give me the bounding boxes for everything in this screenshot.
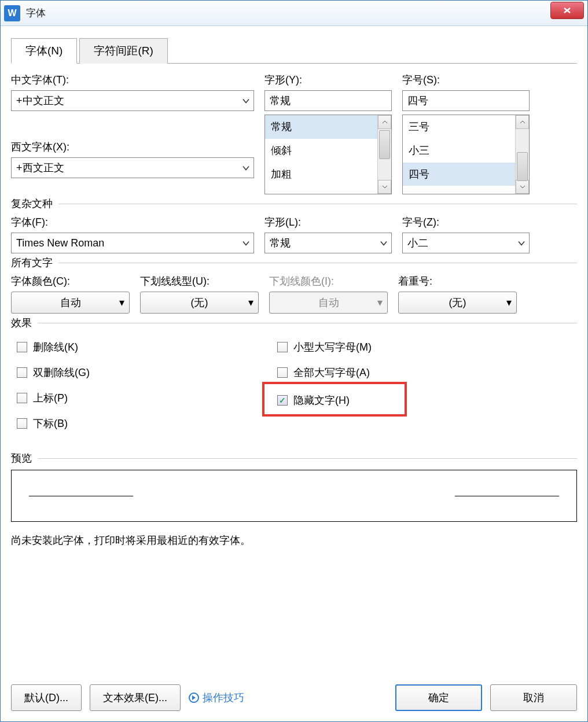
list-item[interactable]: 小三 (403, 139, 529, 163)
size-label: 字号(S): (402, 73, 530, 87)
chevron-down-icon (380, 237, 388, 249)
app-icon: W (4, 5, 20, 21)
scroll-thumb[interactable] (379, 130, 390, 159)
complex-font-combo[interactable]: Times New Roman (11, 233, 254, 253)
checkbox-double-strikethrough[interactable]: 双删除线(G) (17, 366, 254, 380)
text-effects-button[interactable]: 文本效果(E)... (90, 684, 181, 711)
preview-line-left (29, 496, 133, 496)
list-item[interactable]: 倾斜 (265, 139, 391, 163)
emphasis-dropdown[interactable]: (无) ▾ (398, 292, 517, 314)
complex-style-combo[interactable]: 常规 (264, 233, 392, 253)
scroll-down-button[interactable] (516, 180, 529, 194)
tab-spacing[interactable]: 字符间距(R) (79, 38, 167, 64)
chevron-down-icon: ▾ (377, 296, 383, 309)
tab-bar: 字体(N) 字符间距(R) (11, 38, 577, 64)
checkbox-subscript[interactable]: 下标(B) (17, 417, 254, 430)
scrollbar[interactable] (515, 115, 529, 194)
complex-size-label: 字号(Z): (402, 215, 530, 229)
ok-button[interactable]: 确定 (395, 684, 482, 711)
checkbox-strikethrough[interactable]: 删除线(K) (17, 340, 254, 354)
complex-style-label: 字形(L): (264, 215, 392, 229)
size-input[interactable]: 四号 (402, 90, 530, 111)
close-button[interactable] (550, 2, 584, 19)
scroll-up-button[interactable] (516, 115, 529, 129)
checkbox-smallcaps[interactable]: 小型大写字母(M) (277, 340, 497, 354)
info-text: 尚未安装此字体，打印时将采用最相近的有效字体。 (11, 533, 577, 547)
close-icon (563, 7, 572, 14)
cancel-button[interactable]: 取消 (490, 684, 577, 711)
default-button[interactable]: 默认(D)... (11, 684, 82, 711)
underline-style-label: 下划线线型(U): (140, 274, 259, 288)
style-label: 字形(Y): (264, 73, 392, 87)
en-font-label: 西文字体(X): (11, 140, 254, 154)
chevron-down-icon (517, 237, 525, 249)
tips-link[interactable]: 操作技巧 (189, 684, 244, 711)
cn-font-label: 中文字体(T): (11, 73, 254, 87)
checkbox-superscript[interactable]: 上标(P) (17, 391, 254, 405)
all-text-group: 所有文字 (11, 256, 577, 270)
chevron-down-icon: ▾ (248, 296, 253, 309)
window-title: 字体 (26, 6, 46, 20)
dialog-content: 字体(N) 字符间距(R) 中文字体(T): +中文正文 西文字体(X): +西… (1, 26, 587, 555)
complex-group: 复杂文种 (11, 197, 577, 211)
underline-style-dropdown[interactable]: (无) ▾ (140, 292, 259, 314)
style-listbox[interactable]: 常规 倾斜 加粗 (264, 115, 392, 194)
effects-group: 效果 (11, 316, 577, 330)
style-input[interactable]: 常规 (264, 90, 392, 111)
titlebar: W 字体 (1, 1, 587, 26)
font-dialog-window: W 字体 字体(N) 字符间距(R) 中文字体(T): +中文正文 西文字体(X… (0, 0, 588, 722)
preview-line-right (455, 496, 559, 496)
button-bar: 默认(D)... 文本效果(E)... 操作技巧 确定 取消 (11, 684, 577, 711)
scroll-down-button[interactable] (378, 180, 391, 194)
chevron-down-icon: ▾ (506, 296, 512, 309)
chevron-down-icon (242, 237, 250, 249)
list-item[interactable]: 四号 (403, 163, 529, 186)
underline-color-label: 下划线颜色(I): (269, 274, 388, 288)
list-item[interactable]: 常规 (265, 115, 391, 139)
checkbox-allcaps[interactable]: 全部大写字母(A) (277, 366, 497, 380)
font-color-label: 字体颜色(C): (11, 274, 130, 288)
complex-font-label: 字体(F): (11, 215, 254, 229)
chevron-down-icon (242, 95, 250, 107)
tab-font[interactable]: 字体(N) (11, 38, 77, 64)
play-icon (189, 692, 199, 703)
cn-font-combo[interactable]: +中文正文 (11, 90, 254, 111)
font-color-dropdown[interactable]: 自动 ▾ (11, 292, 130, 314)
complex-size-combo[interactable]: 小二 (402, 233, 530, 253)
chevron-down-icon (242, 162, 250, 174)
highlight-annotation (262, 382, 407, 417)
emphasis-label: 着重号: (398, 274, 517, 288)
preview-box (11, 470, 577, 522)
underline-color-dropdown: 自动 ▾ (269, 292, 388, 314)
scrollbar[interactable] (377, 115, 391, 194)
scroll-up-button[interactable] (378, 115, 391, 129)
chevron-down-icon: ▾ (119, 296, 124, 309)
en-font-combo[interactable]: +西文正文 (11, 157, 254, 178)
preview-group: 预览 (11, 451, 577, 465)
list-item[interactable]: 加粗 (265, 163, 391, 186)
scroll-thumb[interactable] (517, 152, 528, 181)
size-listbox[interactable]: 三号 小三 四号 (402, 115, 530, 194)
list-item[interactable]: 三号 (403, 115, 529, 139)
